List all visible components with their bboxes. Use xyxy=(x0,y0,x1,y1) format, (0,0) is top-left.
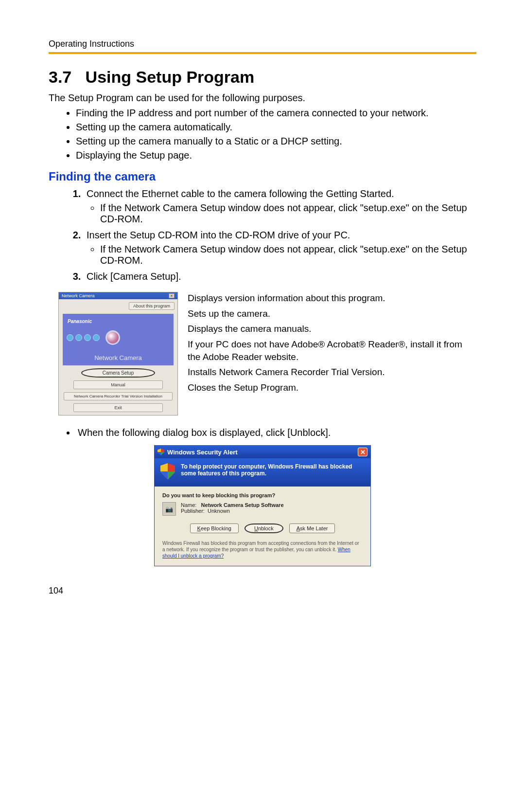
doc-header: Operating Instructions xyxy=(49,39,476,49)
callout-close: Closes the Setup Program. xyxy=(188,381,476,394)
dialog-question: Do you want to keep blocking this progra… xyxy=(162,492,363,498)
banner-icons xyxy=(67,330,120,345)
ask-later-button[interactable]: Ask Me LaterAsk Me Later xyxy=(289,523,335,533)
purpose-list: Finding the IP address and port number o… xyxy=(49,108,476,161)
step-text: Insert the Setup CD-ROM into the CD-ROM … xyxy=(87,230,350,240)
step-text: Connect the Ethernet cable to the camera… xyxy=(87,188,394,199)
intro-text: The Setup Program can be used for the fo… xyxy=(49,92,476,104)
page-number: 104 xyxy=(49,586,476,596)
dialog-titlebar: Windows Security Alert ✕ xyxy=(155,446,370,458)
window-title: Network Camera xyxy=(62,293,95,298)
close-icon[interactable]: ✕ xyxy=(358,448,368,456)
setup-window: Network Camera × About this program Pana… xyxy=(58,292,178,415)
banner-text: Network Camera xyxy=(63,354,174,361)
dialog-message-bar: To help protect your computer, Windows F… xyxy=(155,458,370,487)
unblock-note: When the following dialog box is display… xyxy=(49,427,476,438)
close-icon[interactable]: × xyxy=(169,293,175,298)
about-program-button[interactable]: About this program xyxy=(129,302,175,310)
step-sub: If the Network Camera Setup window does … xyxy=(100,244,476,266)
publisher-label: Publisher: xyxy=(181,508,205,514)
step-item: Connect the Ethernet cable to the camera… xyxy=(84,188,476,225)
list-item: Finding the IP address and port number o… xyxy=(76,108,476,119)
unblock-button[interactable]: UnblockUnblock xyxy=(245,523,283,533)
world-icon xyxy=(93,334,100,341)
step-sub: If the Network Camera Setup window does … xyxy=(100,202,476,225)
section-title: Using Setup Program xyxy=(86,68,255,86)
callout-setup: Sets up the camera. xyxy=(188,307,476,320)
brand-label: Panasonic xyxy=(68,319,92,324)
info-icon xyxy=(84,334,91,341)
section-number: 3.7 xyxy=(49,68,71,86)
keep-blocking-button[interactable]: KKeep Blockingeep Blocking xyxy=(190,523,239,533)
step-text: Click [Camera Setup]. xyxy=(87,271,181,282)
list-item: Setting up the camera automatically. xyxy=(76,122,476,133)
header-rule xyxy=(49,52,476,54)
star-icon xyxy=(75,334,82,341)
step-list: Connect the Ethernet cable to the camera… xyxy=(49,188,476,282)
footer-text: Windows Firewall has blocked this progra… xyxy=(162,541,359,552)
exit-button[interactable]: Exit xyxy=(73,403,163,412)
program-name: Network Camera Setup Software xyxy=(201,502,284,508)
banner: Panasonic Network Camera xyxy=(63,314,174,365)
camera-setup-button[interactable]: Camera Setup xyxy=(81,368,155,378)
recorder-install-button[interactable]: Network Camera Recorder Trial Version In… xyxy=(64,392,173,400)
unblock-text: When the following dialog box is display… xyxy=(76,427,476,438)
callout-manuals: Displays the camera manuals. xyxy=(188,323,476,335)
manual-button[interactable]: Manual xyxy=(73,380,163,389)
setup-figure: Network Camera × About this program Pana… xyxy=(58,292,476,415)
step-item: Click [Camera Setup]. xyxy=(84,271,476,282)
globe-icon xyxy=(67,334,73,341)
list-item: Displaying the Setup page. xyxy=(76,150,476,161)
callout-column: Displays version information about this … xyxy=(188,292,476,397)
callout-about: Displays version information about this … xyxy=(188,292,476,305)
callout-recorder: Installs Network Camera Recorder Trial V… xyxy=(188,366,476,379)
dialog-footer: Windows Firewall has blocked this progra… xyxy=(162,540,363,559)
lens-icon xyxy=(105,330,120,345)
list-item: Setting up the camera manually to a Stat… xyxy=(76,136,476,147)
program-info: 📷 Name: Network Camera Setup Software Pu… xyxy=(162,502,363,516)
window-titlebar: Network Camera × xyxy=(59,292,177,299)
step-item: Insert the Setup CD-ROM into the CD-ROM … xyxy=(84,230,476,266)
publisher-value: Unknown xyxy=(208,508,230,514)
shield-icon xyxy=(160,463,175,480)
subheading: Finding the camera xyxy=(49,170,476,183)
app-icon: 📷 xyxy=(162,502,176,516)
name-label: Name: xyxy=(181,502,196,508)
security-alert-dialog: Windows Security Alert ✕ To help protect… xyxy=(154,445,371,566)
dialog-title: Windows Security Alert xyxy=(167,449,238,456)
dialog-message: To help protect your computer, Windows F… xyxy=(181,463,365,477)
section-heading: 3.7 Using Setup Program xyxy=(49,68,476,87)
callout-adobe: If your PC does not have Adobe® Acrobat®… xyxy=(188,338,476,363)
shield-small-icon xyxy=(158,449,164,455)
